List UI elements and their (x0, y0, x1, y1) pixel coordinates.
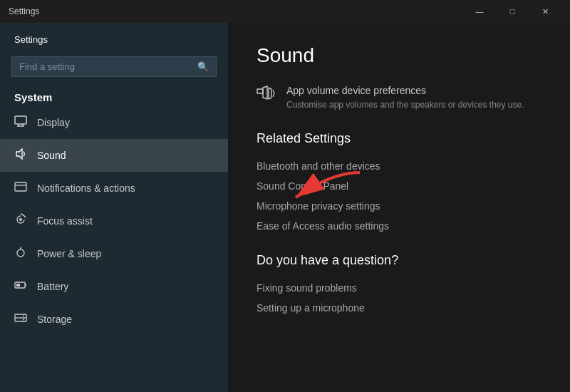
sidebar-item-storage[interactable]: Storage (0, 303, 228, 336)
sidebar-item-label-storage: Storage (37, 314, 72, 325)
app-volume-desc: Customise app volumes and the speakers o… (286, 100, 524, 110)
sound-icon (14, 148, 27, 163)
sidebar-item-label-battery: Battery (37, 281, 68, 292)
sidebar-item-battery[interactable]: Battery (0, 270, 228, 303)
titlebar-controls: — □ ✕ (463, 0, 561, 23)
svg-line-25 (273, 90, 274, 93)
svg-rect-5 (15, 182, 26, 191)
sidebar-item-label-display: Display (37, 117, 70, 128)
search-icon: 🔍 (197, 61, 209, 72)
notifications-icon (14, 180, 27, 196)
power-icon (14, 246, 27, 262)
question-link-microphone-setup[interactable]: Setting up a microphone (256, 298, 542, 318)
app-volume-icon (256, 86, 275, 105)
search-input[interactable] (19, 61, 192, 72)
maximize-button[interactable]: □ (496, 0, 529, 23)
titlebar: Settings — □ ✕ (0, 0, 570, 23)
svg-point-16 (23, 316, 24, 317)
close-button[interactable]: ✕ (529, 0, 561, 23)
related-link-bluetooth[interactable]: Bluetooth and other devices (256, 156, 542, 176)
sidebar-item-label-focus: Focus assist (37, 215, 93, 227)
content-area: Sound App volume device preferences Cust… (228, 23, 570, 392)
svg-marker-4 (16, 149, 22, 159)
svg-point-17 (23, 319, 24, 321)
related-link-microphone[interactable]: Microphone privacy settings (256, 196, 542, 216)
sidebar-item-sound[interactable]: Sound (0, 139, 228, 172)
sidebar-section-title: System (0, 86, 228, 106)
sidebar-item-label-sound: Sound (37, 150, 66, 161)
app-volume-text: App volume device preferences Customise … (286, 84, 524, 110)
svg-point-8 (17, 249, 24, 257)
sidebar-item-power[interactable]: Power & sleep (0, 237, 228, 270)
display-icon (14, 115, 27, 130)
related-link-sound-panel[interactable]: Sound Control Panel (256, 176, 542, 196)
battery-icon (14, 279, 27, 294)
sidebar-item-label-power: Power & sleep (37, 248, 101, 259)
sidebar-item-label-notifications: Notifications & actions (37, 182, 135, 194)
related-link-ease-access[interactable]: Ease of Access audio settings (256, 216, 542, 236)
question-link-fixing[interactable]: Fixing sound problems (256, 278, 542, 298)
app-title: Settings (0, 23, 228, 51)
sidebar-item-display[interactable]: Display (0, 106, 228, 139)
svg-point-7 (19, 218, 22, 221)
main-layout: Settings 🔍 System Display (0, 23, 570, 392)
svg-rect-0 (15, 116, 26, 124)
storage-icon (14, 311, 27, 327)
sidebar-item-notifications[interactable]: Notifications & actions (0, 172, 228, 205)
related-settings-header: Related Settings (256, 131, 542, 146)
app-volume-link[interactable]: App volume device preferences (286, 85, 426, 96)
minimize-button[interactable]: — (463, 0, 496, 23)
svg-marker-20 (263, 86, 267, 99)
search-box[interactable]: 🔍 (11, 56, 217, 77)
svg-rect-19 (257, 89, 263, 93)
svg-rect-13 (16, 284, 20, 287)
app-volume-row: App volume device preferences Customise … (256, 84, 542, 110)
page-title: Sound (256, 44, 542, 67)
focus-icon (14, 213, 27, 229)
question-header: Do you have a question? (256, 253, 542, 268)
titlebar-title: Settings (9, 6, 463, 16)
sidebar-item-focus[interactable]: Focus assist (0, 205, 228, 237)
sidebar: Settings 🔍 System Display (0, 23, 228, 392)
svg-line-26 (273, 93, 274, 97)
